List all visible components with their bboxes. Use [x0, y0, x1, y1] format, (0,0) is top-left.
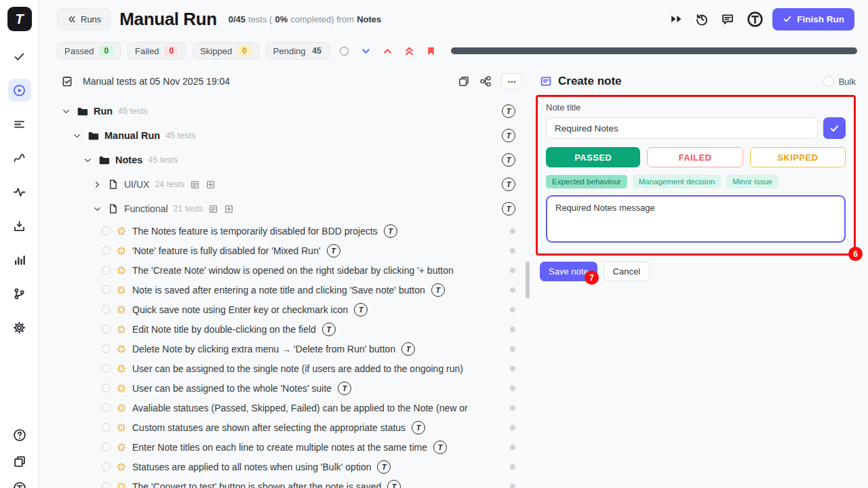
- testomat-badge-icon[interactable]: T: [384, 224, 397, 238]
- testomat-badge-icon[interactable]: T: [433, 441, 447, 454]
- testomat-badge-icon[interactable]: T: [431, 283, 445, 297]
- testomat-badge-icon[interactable]: T: [387, 480, 401, 488]
- test-row[interactable]: The 'Convert to test' button is shown af…: [61, 476, 524, 488]
- testomat-badge-icon[interactable]: T: [354, 303, 368, 317]
- note-lines-icon[interactable]: [208, 204, 218, 214]
- test-row[interactable]: Statuses are applied to all notes when u…: [61, 457, 524, 476]
- test-status-circle[interactable]: [102, 246, 111, 255]
- test-row[interactable]: The Notes feature is temporarily disable…: [61, 221, 524, 241]
- tree-folder-run[interactable]: Run 45 tests T: [61, 99, 524, 123]
- test-row[interactable]: Quick save note using Enter key or check…: [61, 300, 524, 319]
- checkmark-nav-icon[interactable]: [8, 45, 31, 68]
- back-to-runs-button[interactable]: Runs: [57, 8, 111, 30]
- test-row[interactable]: Avaliable statuses (Passed, Skipped, Fai…: [61, 398, 524, 418]
- note-lines-icon[interactable]: [190, 180, 200, 190]
- testomat-badge-icon[interactable]: T: [322, 323, 336, 336]
- chevron-down-icon[interactable]: [61, 106, 71, 117]
- chevron-up-icon[interactable]: [380, 43, 395, 58]
- test-status-circle[interactable]: [102, 266, 111, 274]
- testomat-badge-icon[interactable]: T: [327, 244, 340, 258]
- more-options-button[interactable]: ...: [501, 73, 522, 89]
- test-row[interactable]: The 'Create Note' window is opened on th…: [61, 260, 524, 280]
- testomat-badge-icon[interactable]: T: [401, 342, 415, 356]
- bulk-checkbox[interactable]: [823, 76, 834, 87]
- test-list-nav-icon[interactable]: [8, 113, 31, 136]
- hierarchy-icon[interactable]: [479, 75, 492, 87]
- filter-passed[interactable]: Passed 0: [57, 42, 121, 60]
- filter-pending[interactable]: Pending 45: [266, 42, 330, 60]
- chevron-down-icon[interactable]: [83, 155, 93, 165]
- status-circle-icon[interactable]: [337, 43, 352, 58]
- testomat-badge-icon[interactable]: T: [502, 178, 515, 191]
- projects-layers-icon[interactable]: [12, 453, 28, 470]
- history-retry-icon[interactable]: [695, 12, 709, 26]
- chevron-down-icon[interactable]: [359, 43, 374, 58]
- test-status-circle[interactable]: [102, 384, 111, 392]
- test-row[interactable]: Custom statuses are shown after selectin…: [61, 418, 524, 437]
- test-status-circle[interactable]: [102, 305, 111, 314]
- note-title-input[interactable]: [546, 117, 818, 139]
- bookmark-icon[interactable]: [424, 43, 439, 58]
- tree-suite-uiux[interactable]: UI/UX 24 tests T: [61, 172, 524, 197]
- pulse-nav-icon[interactable]: [8, 180, 31, 203]
- progress-suite-link[interactable]: Notes: [357, 14, 381, 24]
- test-row[interactable]: Delete Note by clicking extra menu → 'De…: [61, 339, 524, 359]
- testomat-badge-icon[interactable]: T: [502, 104, 515, 118]
- copy-icon[interactable]: [458, 75, 470, 87]
- test-status-circle[interactable]: [102, 344, 111, 353]
- filter-skipped[interactable]: Skipped 0: [193, 42, 259, 60]
- test-status-circle[interactable]: [102, 462, 111, 471]
- clipboard-icon[interactable]: [61, 75, 73, 87]
- test-status-circle[interactable]: [102, 364, 111, 373]
- tag-minor-issue[interactable]: Minor issue: [726, 175, 778, 188]
- help-icon[interactable]: [12, 427, 28, 443]
- app-logo[interactable]: T: [7, 7, 32, 31]
- skipped-status-button[interactable]: SKIPPED: [750, 147, 846, 167]
- comments-icon[interactable]: [721, 12, 734, 26]
- test-row[interactable]: User can be assigned to the whole 'Notes…: [61, 378, 524, 398]
- double-chevron-up-icon[interactable]: [402, 43, 417, 58]
- tree-folder-manual-run[interactable]: Manual Run 45 tests T: [61, 123, 524, 148]
- add-plus-icon[interactable]: [224, 204, 234, 214]
- cancel-button[interactable]: Cancel: [604, 262, 650, 281]
- test-row[interactable]: 'Note' feature is fully disabled for 'Mi…: [61, 241, 524, 260]
- settings-gear-icon[interactable]: [8, 316, 31, 339]
- test-status-circle[interactable]: [102, 423, 111, 432]
- test-status-circle[interactable]: [102, 285, 111, 294]
- chevron-down-icon[interactable]: [92, 204, 102, 214]
- test-row[interactable]: Enter Note titles on each line to create…: [61, 437, 524, 457]
- tree-folder-notes[interactable]: Notes 45 tests T: [61, 148, 524, 172]
- passed-status-button[interactable]: PASSED: [546, 147, 640, 167]
- testomat-badge-icon[interactable]: T: [502, 153, 515, 167]
- test-status-circle[interactable]: [102, 325, 111, 333]
- quick-save-check-button[interactable]: [823, 117, 846, 139]
- testomat-badge-icon[interactable]: T: [502, 129, 515, 142]
- test-row[interactable]: Edit Note title by double-clicking on th…: [61, 319, 524, 339]
- testomat-badge-icon[interactable]: T: [412, 421, 425, 434]
- test-row[interactable]: User can be assigned to the single note …: [61, 359, 524, 378]
- profile-t-icon[interactable]: [12, 480, 28, 488]
- analytics-nav-icon[interactable]: [8, 248, 31, 271]
- add-plus-icon[interactable]: [205, 180, 216, 190]
- finish-run-button[interactable]: Finish Run: [772, 8, 854, 30]
- testomat-badge-icon[interactable]: T: [377, 460, 391, 474]
- test-status-circle[interactable]: [102, 482, 111, 488]
- tag-expected-behaviour[interactable]: Expected behaviour: [546, 175, 627, 188]
- branch-nav-icon[interactable]: [8, 282, 31, 305]
- tag-management-decision[interactable]: Management decision: [633, 175, 722, 188]
- tree-suite-functional[interactable]: Functional 21 tests T: [61, 197, 524, 221]
- test-row[interactable]: Note is saved after entering a note titl…: [61, 280, 524, 300]
- bulk-toggle[interactable]: Bulk: [823, 76, 856, 87]
- test-status-circle[interactable]: [102, 443, 111, 451]
- flaky-nav-icon[interactable]: [8, 146, 31, 169]
- test-status-circle[interactable]: [102, 226, 111, 235]
- fast-forward-icon[interactable]: [669, 12, 683, 26]
- testomat-logo-icon[interactable]: [747, 11, 764, 28]
- testomat-badge-icon[interactable]: T: [338, 382, 351, 395]
- filter-failed[interactable]: Failed 0: [127, 42, 186, 60]
- chevron-right-icon[interactable]: [92, 180, 102, 190]
- scrollbar-thumb[interactable]: [526, 262, 530, 298]
- note-message-textarea[interactable]: Required Notes message: [546, 195, 846, 243]
- runs-nav-icon[interactable]: [8, 79, 31, 102]
- test-status-circle[interactable]: [102, 403, 111, 412]
